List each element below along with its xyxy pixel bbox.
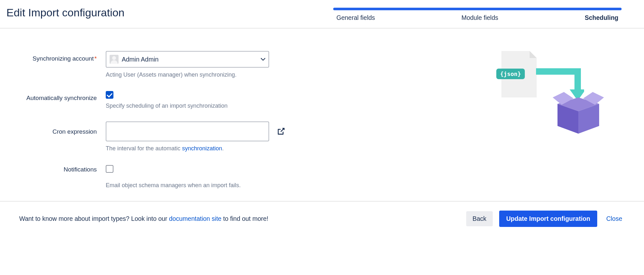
close-button[interactable]: Close xyxy=(604,211,625,226)
help-sync-account: Acting User (Assets manager) when synchr… xyxy=(106,71,298,79)
tabs-row: General fields Module fields Scheduling xyxy=(333,14,622,28)
field-auto-sync: Specify scheduling of an import synchron… xyxy=(106,90,298,110)
sync-account-select[interactable]: Admin Admin xyxy=(106,51,269,68)
box-icon xyxy=(553,86,604,134)
row-cron: Cron expression The interval for the aut… xyxy=(19,121,487,153)
synchronization-link[interactable]: synchronization xyxy=(182,145,222,152)
row-sync-account: Synchronizing account* Admin Admin Actin… xyxy=(19,51,487,79)
label-notifications: Notifications xyxy=(19,164,106,174)
back-button[interactable]: Back xyxy=(466,211,493,226)
form: Synchronizing account* Admin Admin Actin… xyxy=(19,51,487,201)
footer-text-prefix: Want to know more about import types? Lo… xyxy=(19,215,169,222)
footer-text: Want to know more about import types? Lo… xyxy=(19,215,460,222)
wizard-tabs: General fields Module fields Scheduling xyxy=(333,8,622,28)
json-badge: {json} xyxy=(496,69,525,79)
progress-bar xyxy=(333,8,622,10)
cron-input[interactable] xyxy=(106,121,269,141)
sync-account-value: Admin Admin xyxy=(122,56,261,63)
tab-scheduling[interactable]: Scheduling xyxy=(585,14,618,21)
field-sync-account: Admin Admin Acting User (Assets manager)… xyxy=(106,51,298,79)
footer-text-suffix: to find out more! xyxy=(221,215,268,222)
content-area: Synchronizing account* Admin Admin Actin… xyxy=(0,29,644,201)
page-title: Edit Import configuration xyxy=(6,6,125,28)
help-auto-sync: Specify scheduling of an import synchron… xyxy=(106,102,298,110)
header: Edit Import configuration General fields… xyxy=(0,0,644,29)
row-auto-sync: Automatically synchronize Specify schedu… xyxy=(19,90,487,110)
illustration: {json} xyxy=(487,51,615,201)
help-notifications: Email object schema managers when an imp… xyxy=(106,181,298,189)
label-sync-account-text: Synchronizing account xyxy=(32,55,94,62)
label-auto-sync: Automatically synchronize xyxy=(19,90,106,103)
required-indicator: * xyxy=(95,55,97,62)
auto-sync-checkbox[interactable] xyxy=(106,91,113,99)
label-sync-account: Synchronizing account* xyxy=(19,51,106,63)
tab-general-fields[interactable]: General fields xyxy=(336,14,375,21)
external-link-icon[interactable] xyxy=(277,127,285,136)
field-cron: The interval for the automatic synchroni… xyxy=(106,121,298,153)
update-import-configuration-button[interactable]: Update Import configuration xyxy=(499,211,597,227)
documentation-link[interactable]: documentation site xyxy=(169,215,222,222)
chevron-down-icon xyxy=(261,57,265,62)
label-cron: Cron expression xyxy=(19,121,106,136)
cron-input-row xyxy=(106,121,298,141)
avatar-icon xyxy=(110,55,119,64)
tab-module-fields[interactable]: Module fields xyxy=(461,14,498,21)
notifications-checkbox[interactable] xyxy=(106,165,113,173)
field-notifications: Email object schema managers when an imp… xyxy=(106,164,298,189)
help-cron: The interval for the automatic synchroni… xyxy=(106,145,298,153)
help-cron-suffix: . xyxy=(222,145,224,152)
row-notifications: Notifications Email object schema manage… xyxy=(19,164,487,189)
help-cron-prefix: The interval for the automatic xyxy=(106,145,182,152)
footer: Want to know more about import types? Lo… xyxy=(0,201,644,236)
